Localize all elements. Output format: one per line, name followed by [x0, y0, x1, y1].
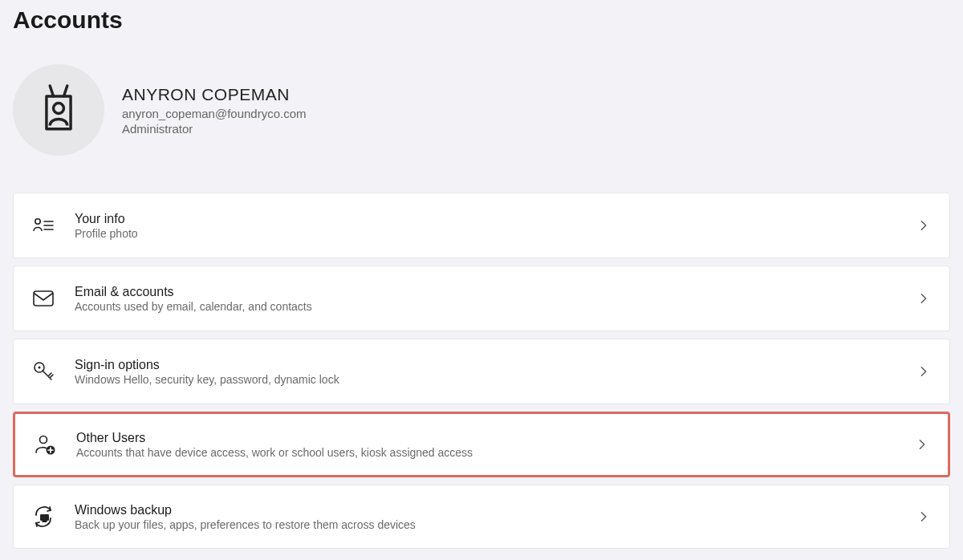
settings-item-subtitle: Accounts that have device access, work o…	[76, 446, 914, 459]
settings-item-signin-options[interactable]: Sign-in options Windows Hello, security …	[13, 339, 950, 404]
settings-item-title: Sign-in options	[75, 358, 916, 372]
avatar	[13, 64, 104, 156]
mail-icon	[31, 286, 55, 310]
settings-item-text: Email & accounts Accounts used by email,…	[75, 285, 916, 313]
profile-name: ANYRON COPEMAN	[122, 85, 307, 104]
id-badge-icon	[36, 79, 81, 140]
chevron-right-icon	[916, 293, 932, 304]
settings-item-windows-backup[interactable]: Windows backup Back up your files, apps,…	[13, 485, 950, 549]
person-list-icon	[31, 213, 55, 237]
profile-header: ANYRON COPEMAN anyron_copeman@foundryco.…	[13, 64, 950, 156]
settings-item-title: Windows backup	[75, 503, 916, 517]
settings-item-text: Other Users Accounts that have device ac…	[76, 431, 914, 459]
settings-list: Your info Profile photo Email & accounts…	[13, 193, 950, 549]
profile-email: anyron_copeman@foundryco.com	[122, 107, 307, 120]
settings-item-text: Windows backup Back up your files, apps,…	[75, 503, 916, 531]
chevron-right-icon	[916, 366, 932, 377]
chevron-right-icon	[916, 220, 932, 231]
backup-icon	[31, 505, 55, 529]
settings-item-subtitle: Windows Hello, security key, password, d…	[75, 373, 916, 386]
settings-item-title: Your info	[75, 212, 916, 226]
profile-role: Administrator	[122, 122, 307, 136]
page-title: Accounts	[13, 6, 950, 34]
chevron-right-icon	[916, 511, 932, 522]
settings-item-other-users[interactable]: Other Users Accounts that have device ac…	[13, 412, 950, 477]
settings-item-text: Your info Profile photo	[75, 212, 916, 240]
settings-item-subtitle: Profile photo	[75, 227, 916, 240]
settings-item-subtitle: Accounts used by email, calendar, and co…	[75, 300, 916, 313]
other-users-icon	[33, 432, 57, 457]
chevron-right-icon	[914, 439, 930, 450]
settings-item-email-accounts[interactable]: Email & accounts Accounts used by email,…	[13, 266, 950, 331]
accounts-page: Accounts ANYRON COPEMAN anyron_copeman@f…	[0, 0, 963, 549]
settings-item-title: Email & accounts	[75, 285, 916, 299]
key-icon	[31, 359, 55, 383]
settings-item-text: Sign-in options Windows Hello, security …	[75, 358, 916, 386]
settings-item-title: Other Users	[76, 431, 914, 445]
profile-info: ANYRON COPEMAN anyron_copeman@foundryco.…	[122, 85, 307, 136]
settings-item-subtitle: Back up your files, apps, preferences to…	[75, 518, 916, 531]
settings-item-your-info[interactable]: Your info Profile photo	[13, 193, 950, 258]
